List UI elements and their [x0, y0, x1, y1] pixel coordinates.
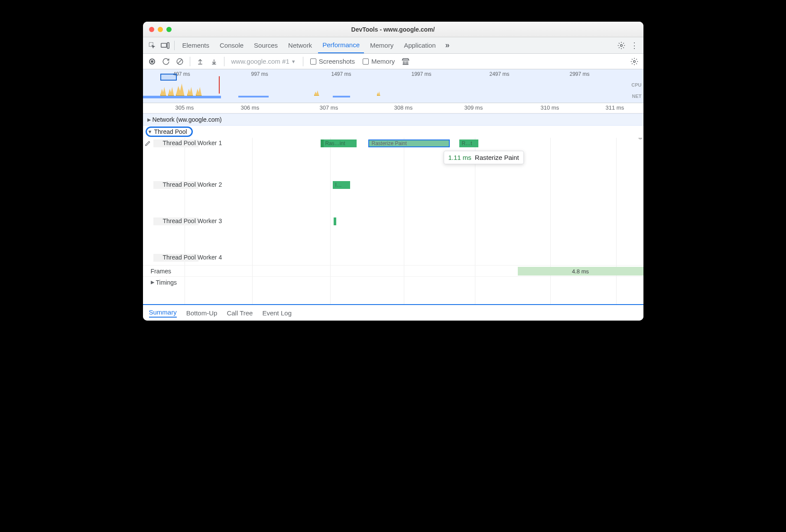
btab-bottomup[interactable]: Bottom-Up	[186, 309, 218, 317]
more-tabs-icon[interactable]: »	[442, 40, 453, 51]
thread-pool-section-header[interactable]: ▼ Thread Pool	[143, 126, 643, 138]
flame-bar[interactable]: R…t	[459, 139, 478, 147]
screenshots-checkbox[interactable]: Screenshots	[308, 58, 357, 65]
tab-memory[interactable]: Memory	[366, 37, 398, 53]
tab-network[interactable]: Network	[284, 37, 316, 53]
network-section-header[interactable]: ▶ Network (ww.google.com)	[143, 114, 643, 126]
overview-net-bar	[333, 96, 350, 97]
record-button[interactable]	[146, 56, 158, 67]
fullscreen-icon[interactable]	[166, 27, 172, 32]
close-icon[interactable]	[149, 27, 154, 32]
overview-activity	[176, 84, 185, 96]
memory-label: Memory	[371, 58, 395, 65]
overview-selection[interactable]	[160, 74, 177, 81]
tooltip-label: Rasterize Paint	[475, 154, 519, 161]
ruler-tick: 310 ms	[541, 104, 559, 111]
svg-point-3	[620, 44, 622, 46]
separator	[224, 57, 224, 66]
settings-icon[interactable]	[616, 40, 627, 51]
titlebar: DevTools - www.google.com/	[143, 22, 643, 37]
flame-bar[interactable]: Ras…int	[323, 139, 357, 147]
tab-console[interactable]: Console	[215, 37, 248, 53]
checkbox-icon	[310, 58, 316, 65]
overview-activity	[187, 87, 193, 96]
flame-bar[interactable]: I…	[333, 181, 350, 189]
btab-summary[interactable]: Summary	[149, 308, 177, 318]
frame-value: 4.8 ms	[572, 268, 589, 275]
tab-sources[interactable]: Sources	[250, 37, 282, 53]
devtools-window: DevTools - www.google.com/ Elements Cons…	[143, 22, 643, 321]
profile-select-value: www.google.com #1	[231, 58, 289, 65]
expand-icon: ▶	[151, 279, 154, 285]
tab-application[interactable]: Application	[399, 37, 440, 53]
ruler-tick: 309 ms	[464, 104, 483, 111]
worker-track[interactable]: Thread Pool Worker 3	[143, 216, 643, 252]
worker-track[interactable]: Thread Pool Worker 2 I…	[143, 179, 643, 216]
overview-activity	[377, 91, 380, 96]
chevron-down-icon: ▼	[291, 59, 296, 64]
kebab-menu-icon[interactable]: ⋮	[629, 40, 640, 51]
device-toggle-icon[interactable]	[159, 40, 171, 51]
tab-elements[interactable]: Elements	[178, 37, 214, 53]
reload-button[interactable]	[160, 56, 172, 67]
separator	[174, 41, 175, 50]
main-tabs: Elements Console Sources Network Perform…	[143, 37, 643, 54]
separator	[303, 57, 303, 66]
btab-calltree[interactable]: Call Tree	[227, 309, 253, 317]
btab-eventlog[interactable]: Event Log	[262, 309, 292, 317]
flame-bar[interactable]	[334, 217, 336, 225]
window-title: DevTools - www.google.com/	[143, 26, 643, 33]
thread-pool-label: Thread Pool	[154, 128, 187, 135]
garbage-collect-icon[interactable]	[400, 56, 411, 67]
frames-label: Frames	[151, 268, 171, 275]
overview-net-bar	[143, 96, 221, 98]
inspect-icon[interactable]	[146, 40, 158, 51]
network-label: Network (ww.google.com)	[153, 116, 222, 123]
profile-select[interactable]: www.google.com #1 ▼	[229, 58, 299, 65]
flame-chart[interactable]: ▶ Network (ww.google.com) ▼ Thread Pool …	[143, 114, 643, 304]
frame-bar[interactable]: 4.8 ms	[518, 267, 643, 276]
thread-pool-highlight: ▼ Thread Pool	[146, 127, 193, 137]
download-profile-icon[interactable]	[208, 56, 220, 67]
overview-tick: 997 ms	[251, 71, 268, 77]
overview-strip[interactable]: 497 ms 997 ms 1497 ms 1997 ms 2497 ms 29…	[143, 69, 643, 103]
timings-label: Timings	[156, 279, 177, 286]
overview-tick: 2997 ms	[570, 71, 590, 77]
collapse-icon: ▼	[148, 129, 153, 134]
frames-row[interactable]: Frames 4.8 ms	[143, 265, 643, 276]
detail-tabs: Summary Bottom-Up Call Tree Event Log	[143, 304, 643, 321]
overview-activity	[160, 87, 166, 96]
flame-bar-selected[interactable]: Rasterize Paint	[368, 139, 450, 147]
upload-profile-icon[interactable]	[195, 56, 206, 67]
tab-performance[interactable]: Performance	[318, 37, 364, 53]
ruler-tick: 311 ms	[606, 104, 624, 111]
screenshots-label: Screenshots	[319, 58, 355, 65]
cpu-label: CPU	[631, 82, 641, 88]
perf-toolbar: www.google.com #1 ▼ Screenshots Memory	[143, 54, 643, 69]
edit-icon[interactable]	[145, 140, 151, 146]
memory-checkbox[interactable]: Memory	[360, 58, 397, 65]
worker-label: Thread Pool Worker 1	[163, 139, 222, 146]
checkbox-icon	[363, 58, 369, 65]
worker-track[interactable]: Thread Pool Worker 4	[143, 252, 643, 265]
overview-tick: 1997 ms	[412, 71, 432, 77]
worker-label: Thread Pool Worker 4	[163, 254, 222, 261]
net-label: NET	[632, 94, 642, 99]
expand-icon: ▶	[147, 117, 151, 123]
traffic-lights	[143, 27, 172, 32]
separator	[190, 57, 190, 66]
overview-activity	[196, 87, 202, 96]
overview-net-bar	[238, 96, 269, 97]
flame-bar-prefix	[321, 139, 324, 147]
minimize-icon[interactable]	[158, 27, 163, 32]
timings-row[interactable]: ▶ Timings	[143, 276, 643, 288]
overview-marker	[219, 76, 220, 94]
ruler-tick: 305 ms	[175, 104, 194, 111]
worker-label: Thread Pool Worker 3	[163, 217, 222, 224]
timeline-ruler[interactable]: 305 ms 306 ms 307 ms 308 ms 309 ms 310 m…	[143, 103, 643, 114]
capture-settings-icon[interactable]	[629, 56, 640, 67]
clear-button[interactable]	[174, 56, 185, 67]
worker-track[interactable]: Thread Pool Worker 1 Ras…int Rasterize P…	[143, 138, 643, 179]
svg-rect-1	[161, 43, 166, 47]
overview-tick: 1497 ms	[331, 71, 351, 77]
